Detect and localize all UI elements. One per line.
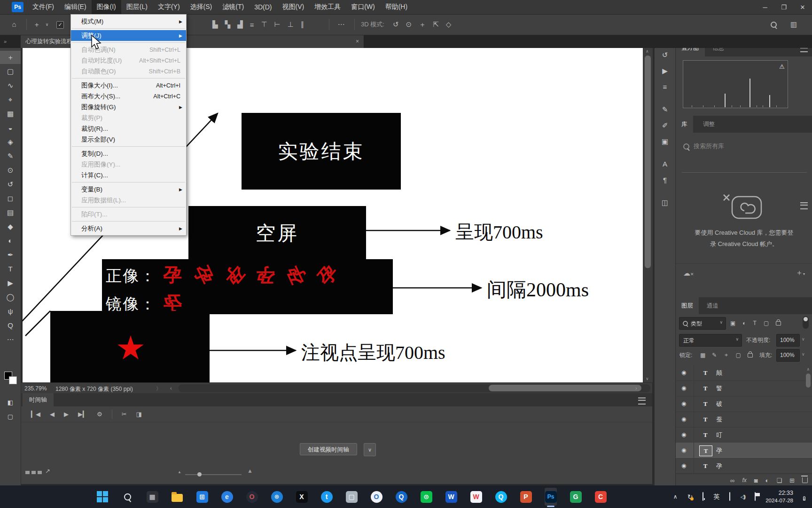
blue-browser[interactable]: ⌾ [271, 488, 283, 506]
hand-tool[interactable]: ψ [0, 305, 21, 318]
menu-item-计算[interactable]: 计算(C)... [71, 170, 186, 181]
notification-bell-icon[interactable]: z [803, 492, 805, 501]
photoshop[interactable]: Ps [545, 488, 557, 506]
layer-visibility-eye-icon[interactable]: ◉ [681, 447, 686, 453]
dodge-tool[interactable]: ◐ [0, 234, 21, 247]
library-search-input[interactable]: 搜索所有库 [694, 142, 724, 151]
clone-source-panel-icon[interactable]: ▣ [655, 137, 675, 146]
warning-icon[interactable]: ⚠ [779, 63, 785, 70]
status-expand-icon[interactable]: 〉 [156, 385, 161, 392]
character-panel-icon[interactable]: A [655, 160, 675, 168]
quick-mask-icon[interactable]: ◧ [0, 396, 21, 409]
new-layer-icon[interactable]: ⊞ [789, 477, 795, 484]
menu-item-显示全部[interactable]: 显示全部(V) [71, 134, 186, 145]
start-button[interactable] [96, 488, 109, 506]
3d-pan-icon[interactable]: ＋ [419, 20, 426, 29]
word[interactable]: W [445, 488, 457, 506]
restore-button[interactable]: ❐ [774, 4, 793, 11]
filter-pixel-layers-icon[interactable]: ▣ [730, 320, 735, 326]
wechat[interactable]: ⊙ [420, 488, 432, 506]
lock-all-icon[interactable] [748, 351, 753, 359]
menubar-item-窗口[interactable]: 窗口(W) [346, 0, 380, 14]
align-middle-icon[interactable]: ⊢ [274, 20, 280, 29]
menubar-item-选择[interactable]: 选择(S) [185, 0, 218, 14]
history-brush-tool[interactable]: ↺ [0, 178, 21, 191]
pen-tool[interactable]: ✒ [0, 248, 21, 262]
layer-row[interactable]: ◉T颠 [676, 365, 812, 381]
blur-tool[interactable]: ◆ [0, 220, 21, 233]
layer-visibility-eye-icon[interactable]: ◉ [681, 369, 686, 376]
menubar-item-图像[interactable]: 图像(I) [92, 0, 121, 14]
menu-item-复制[interactable]: 复制(D)... [71, 148, 186, 159]
timeline-menu-icon[interactable] [638, 397, 646, 405]
menubar-item-3D[interactable]: 3D(D) [249, 0, 277, 14]
library-search-icon[interactable] [683, 143, 689, 151]
x-app[interactable]: X [296, 488, 308, 506]
layer-row[interactable]: ◉T孕 [676, 443, 812, 459]
zoom-level[interactable]: 235.79% [24, 385, 47, 392]
layer-row[interactable]: ◉T叮 [676, 427, 812, 443]
filter-adjustment-layers-icon[interactable]: ◐ [742, 320, 746, 326]
filter-smart-objects-icon[interactable] [776, 319, 781, 327]
menubar-item-滤镜[interactable]: 滤镜(T) [217, 0, 249, 14]
microsoft-store[interactable]: ⊞ [196, 488, 208, 506]
zoom-slider-thumb[interactable] [197, 472, 202, 476]
add-library-icon[interactable]: ＋▾ [796, 268, 805, 278]
docs-app[interactable]: W [470, 488, 482, 506]
menubar-item-编辑[interactable]: 编辑(E) [59, 0, 92, 14]
eraser-tool[interactable]: ◻ [0, 192, 21, 205]
tool-preset-dropdown-icon[interactable]: ∨ [43, 14, 51, 35]
prev-frame-icon[interactable]: ◀ [50, 411, 55, 418]
timeline-zoom-slider[interactable] [185, 474, 242, 475]
delete-layer-icon[interactable] [802, 476, 808, 485]
properties-panel-icon[interactable]: ≡ [655, 83, 675, 91]
vscroll-thumb[interactable] [645, 56, 651, 268]
path-selection-tool[interactable]: ▶ [0, 277, 21, 290]
layer-mask-icon[interactable]: ◙ [754, 477, 758, 484]
zoom-in-thumbnails-icon[interactable]: ▲ [247, 468, 253, 474]
lasso-tool[interactable]: ∿ [0, 79, 21, 92]
edge-browser[interactable]: e [221, 488, 233, 506]
minimize-button[interactable]: ─ [756, 4, 774, 11]
opacity-dropdown-icon[interactable]: ∨ [802, 337, 805, 341]
qq[interactable]: Q [495, 488, 507, 506]
tab-channels[interactable]: 通道 [701, 297, 724, 314]
filter-type-layers-icon[interactable]: T [753, 320, 757, 326]
zoom-tool[interactable]: Q [0, 319, 21, 332]
transition-icon[interactable]: ◨ [136, 411, 142, 418]
align-bottom-icon[interactable]: ⊥ [288, 20, 294, 29]
tray-clock[interactable]: 22:33 2024-07-28 [765, 489, 793, 504]
move-tool[interactable]: ＋ [0, 51, 21, 64]
brush-tool[interactable]: ✎ [0, 150, 21, 163]
align-left-icon[interactable]: ▙ [212, 20, 218, 29]
menu-item-分析[interactable]: 分析(A)▶ [71, 223, 186, 234]
3d-camera-icon[interactable]: ◇ [446, 20, 452, 29]
edit-toolbar-icon[interactable]: ⋯ [0, 333, 21, 346]
align-right-icon[interactable]: ▟ [237, 20, 243, 29]
create-video-timeline-button[interactable]: 创建视频时间轴 [300, 443, 357, 455]
background-color-swatch[interactable] [9, 376, 17, 384]
distribute-v-icon[interactable]: ∥ [301, 20, 304, 29]
auto-select-checkbox[interactable]: ✓ [56, 21, 64, 29]
tab-layers[interactable]: 图层 [676, 297, 699, 314]
gradient-tool[interactable]: ▤ [0, 206, 21, 219]
menu-item-裁切[interactable]: 裁切(R)... [71, 123, 186, 134]
layer-effects-icon[interactable]: fx [742, 477, 746, 484]
hscroll-right-icon[interactable]: › [635, 385, 637, 391]
dark-browser[interactable]: O [246, 488, 258, 506]
brush-settings-panel-icon[interactable]: ✎ [655, 105, 675, 114]
object-selection-tool[interactable]: ⌖ [0, 93, 21, 106]
powerpoint[interactable]: P [520, 488, 532, 506]
link-layers-icon[interactable]: ∞ [730, 477, 734, 484]
menubar-item-图层[interactable]: 图层(L) [121, 0, 153, 14]
volume-icon[interactable]: ◁)) [740, 494, 745, 500]
menu-item-模式[interactable]: 模式(M)▶ [71, 16, 186, 27]
lock-artboard-icon[interactable]: ▢ [735, 352, 741, 358]
ime-language[interactable]: 英 [713, 492, 719, 501]
microphone-icon[interactable] [703, 492, 703, 501]
create-timeline-dropdown[interactable]: ∨ [364, 443, 376, 456]
3d-slide-icon[interactable]: ⇱ [433, 20, 439, 29]
tab-close-icon[interactable]: × [356, 38, 359, 45]
fill-input[interactable]: 100% [776, 349, 800, 362]
foreground-background-colors[interactable] [0, 372, 21, 386]
